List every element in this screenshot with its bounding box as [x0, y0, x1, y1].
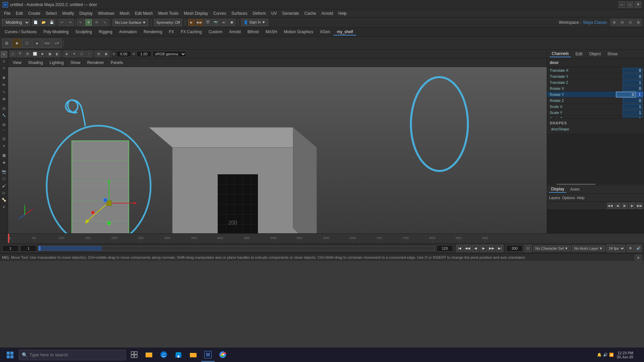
attr-translate-z-value[interactable]: 1	[623, 80, 643, 85]
shelf-tab-bifrost[interactable]: Bifrost	[244, 29, 262, 36]
view-mode-persp[interactable]: P	[17, 51, 23, 57]
layout-btn-1[interactable]: ⊞	[610, 19, 618, 26]
end-frame-field[interactable]	[436, 245, 453, 252]
move-tool-btn[interactable]: ✥	[85, 19, 92, 26]
shading-menu[interactable]: Shading	[26, 60, 45, 66]
attr-scale-x-value[interactable]: 1	[623, 104, 643, 109]
save-scene-btn[interactable]: 💾	[48, 19, 55, 26]
shelf-tab-motion-graphics[interactable]: Motion Graphics	[280, 29, 316, 36]
show-menu[interactable]: Show	[68, 60, 83, 66]
mode-select[interactable]: Modeling	[2, 19, 30, 26]
fps-select[interactable]: 24 fps 30 fps	[606, 245, 625, 252]
close-button[interactable]: ✕	[635, 1, 641, 8]
new-scene-btn[interactable]: 📄	[32, 19, 39, 26]
settings-icon[interactable]: ⚙	[627, 245, 634, 252]
renderer-menu[interactable]: Renderer	[85, 60, 106, 66]
menu-help[interactable]: Help	[336, 10, 350, 16]
go-to-end-btn[interactable]: ▶|	[496, 245, 503, 252]
shelf-tab-rigging[interactable]: Rigging	[95, 29, 116, 36]
hardware-tex-icon[interactable]: ▣	[46, 51, 53, 57]
minimize-button[interactable]: ─	[619, 1, 625, 8]
start-button[interactable]	[3, 348, 17, 362]
layout-btn-3[interactable]: ⊡	[627, 19, 634, 26]
options-label[interactable]: Options	[562, 196, 575, 200]
anim-icon[interactable]: ▷	[1, 189, 7, 196]
shelf-tab-fx[interactable]: FX	[166, 29, 177, 36]
shelf-tab-custom[interactable]: Custom	[205, 29, 226, 36]
show-desktop-btn[interactable]	[636, 348, 641, 362]
shelf-tab-fx-caching[interactable]: FX Caching	[177, 29, 205, 36]
hud-icon[interactable]: ◉	[103, 51, 109, 57]
silhouette-icon[interactable]: ◈	[1, 159, 7, 166]
snap-point-icon[interactable]: ⊡	[1, 135, 7, 142]
render-btn-5[interactable]: ⏯	[220, 19, 227, 26]
tray-icon-3[interactable]: 📶	[609, 353, 614, 357]
xray-icon[interactable]: ✦	[71, 51, 77, 57]
layer-ctrl-play[interactable]: ▶	[622, 203, 628, 209]
render-btn-1[interactable]: ▶	[188, 19, 195, 26]
normals-icon[interactable]: ↑	[86, 51, 92, 57]
sculpt-icon[interactable]: 🖌	[1, 182, 7, 189]
shelf-tab-animation[interactable]: Animation	[116, 29, 140, 36]
lighting-menu[interactable]: Lighting	[48, 60, 66, 66]
grid-icon[interactable]: ⊞	[95, 51, 102, 57]
select-tool-btn[interactable]: ↖	[77, 19, 84, 26]
menu-edit-mesh[interactable]: Edit Mesh	[132, 10, 155, 16]
anim-tab[interactable]: Anim	[568, 186, 581, 192]
snap-grid-icon[interactable]: ⊟	[1, 121, 7, 128]
open-scene-btn[interactable]: 📂	[40, 19, 47, 26]
smooth-shade-icon[interactable]: ■	[39, 51, 46, 57]
menu-deform[interactable]: Deform	[250, 10, 268, 16]
menu-create[interactable]: Create	[25, 10, 43, 16]
mute-icon[interactable]: 🔊	[635, 245, 642, 252]
value2-field[interactable]	[137, 51, 151, 57]
attr-rotate-x[interactable]: Rotate X 0	[547, 85, 644, 92]
list-icon[interactable]: ≡	[1, 203, 7, 210]
snap-curve-icon[interactable]: ⌒	[1, 128, 7, 135]
step-back-btn[interactable]: ◀◀	[464, 245, 471, 252]
taskbar-clock[interactable]: 12:23 PM 30-Jun-20	[616, 351, 633, 359]
wireframe-icon[interactable]: ⬜	[32, 51, 38, 57]
tray-icon-2[interactable]: 🔊	[603, 353, 608, 357]
taskbar-file-explorer-btn[interactable]	[142, 348, 156, 362]
rigging-icon[interactable]: 🦴	[1, 196, 7, 203]
menu-surfaces[interactable]: Surfaces	[229, 10, 250, 16]
menu-file[interactable]: File	[1, 10, 13, 16]
menu-mesh-tools[interactable]: Mesh Tools	[156, 10, 181, 16]
shelf-icon-box[interactable]: ■	[12, 39, 21, 48]
render-btn-2[interactable]: ▶▶	[196, 19, 203, 26]
taskbar-chrome-btn[interactable]	[216, 348, 229, 362]
attr-translate-x-value[interactable]: 0	[623, 68, 643, 73]
attr-translate-x[interactable]: Translate X 0	[547, 67, 644, 73]
taskbar-maya-btn active[interactable]: M	[201, 348, 215, 362]
play-back-btn[interactable]: ◀	[472, 245, 479, 252]
scale-tool-btn[interactable]: ⤡	[101, 19, 108, 26]
mel-expand-icon[interactable]: ▲	[635, 254, 642, 260]
no-anim-layer-btn[interactable]: No Anim Layer ▼	[572, 245, 605, 251]
taskbar-folder-btn[interactable]	[186, 348, 200, 362]
shelf-tab-sculpting[interactable]: Sculpting	[72, 29, 95, 36]
shelf-tab-arnold[interactable]: Arnold	[226, 29, 244, 36]
poly-modeling-icon[interactable]: ⬡	[1, 175, 7, 182]
menu-mesh-display[interactable]: Mesh Display	[181, 10, 211, 16]
shelf-tab-curves-surfaces[interactable]: Curves / Surfaces	[1, 29, 40, 36]
component-icon[interactable]: ⬡	[78, 51, 85, 57]
time-slider-track[interactable]	[38, 246, 435, 251]
step-forward-btn[interactable]: ▶▶	[488, 245, 495, 252]
layout-btn-2[interactable]: ⊟	[619, 19, 626, 26]
menu-curves[interactable]: Curves	[211, 10, 229, 16]
camera-tools-icon[interactable]: 📷	[1, 168, 7, 175]
attr-rotate-y[interactable]: Rotate Y 0 1	[547, 92, 644, 98]
menu-select[interactable]: Select	[43, 10, 59, 16]
undo-btn[interactable]: ↩	[58, 19, 66, 26]
menu-display[interactable]: Display	[77, 10, 95, 16]
shelf-tab-mash[interactable]: MASH	[262, 29, 281, 36]
shelf-icon-sphere[interactable]: ●	[32, 39, 42, 48]
no-character-set-btn[interactable]: No Character Set ▼	[533, 245, 571, 251]
show-tab[interactable]: Show	[605, 51, 620, 57]
isolate-select-icon[interactable]: ◈	[63, 51, 70, 57]
channels-tab[interactable]: Channels	[550, 51, 571, 57]
layer-ctrl-prev[interactable]: ◀	[614, 203, 621, 209]
char-set-icon[interactable]: ⊡	[524, 245, 532, 252]
shelf-tab-xgen[interactable]: XGen	[317, 29, 334, 36]
